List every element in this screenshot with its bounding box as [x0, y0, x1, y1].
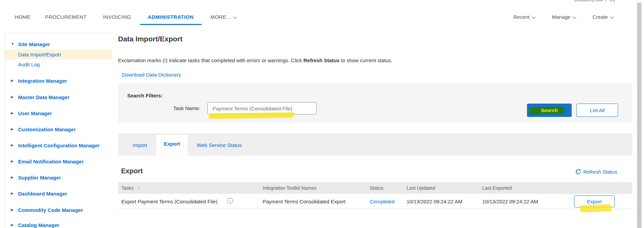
description-text: to show current status.: [339, 57, 392, 63]
admin-sidebar: Site Manager Data Import/Export Audit Lo…: [5, 33, 112, 228]
page-description: Exclamation marks (!) indicate tasks tha…: [118, 57, 392, 63]
triangle-right-icon: [11, 79, 14, 82]
sidebar-item-label: Commodity Code Manager: [5, 207, 112, 213]
sidebar-item-commodity-code-manager[interactable]: Commodity Code Manager: [5, 207, 112, 215]
highlighter-mark: [580, 204, 612, 213]
manage-menu[interactable]: Manage: [552, 14, 576, 20]
triangle-right-icon: [11, 175, 14, 179]
nav-tab-administration[interactable]: ADMINISTRATION: [148, 14, 193, 20]
tab-export[interactable]: Export: [156, 135, 188, 156]
sidebar-item-intelligent-configuration-manager[interactable]: Intelligent Configuration Manager: [5, 143, 112, 150]
triangle-right-icon: [11, 208, 14, 212]
sidebar-item-email-notification-manager[interactable]: Email Notification Manager: [5, 159, 112, 166]
nav-tab-procurement[interactable]: PROCUREMENT: [45, 14, 87, 20]
task-name-cell: Export Payment Terms (Consolidated File): [121, 199, 218, 204]
scrollbar-thumb[interactable]: [637, 3, 641, 228]
sidebar-item-label: Audit Log: [5, 62, 112, 67]
refresh-icon: [575, 169, 581, 175]
chevron-down-icon: [532, 15, 536, 18]
sidebar-item-site-manager[interactable]: Site Manager: [5, 41, 112, 49]
triangle-right-icon: [11, 111, 14, 115]
sidebar-item-label: Supplier Manager: [5, 175, 112, 180]
sidebar-item-label: Email Notification Manager: [5, 159, 112, 164]
sidebar-item-label: User Manager: [5, 110, 112, 116]
download-data-dictionary-link[interactable]: Download Data Dictionary: [122, 72, 181, 78]
nav-tab-home[interactable]: HOME: [15, 14, 31, 20]
triangle-right-icon: [11, 191, 14, 195]
page-title: Data Import/Export: [118, 35, 182, 43]
sidebar-item-dashboard-manager[interactable]: Dashboard Manager: [5, 191, 112, 198]
sidebar-item-label: Customization Manager: [5, 126, 112, 132]
description-bold-text: Refresh Status: [304, 57, 340, 63]
toolkit-name-cell: Payment Terms Consolidated Export: [263, 199, 346, 204]
nav-more-label: MORE...: [210, 14, 231, 20]
sidebar-item-label: Integration Manager: [5, 78, 112, 84]
sidebar-item-customization-manager[interactable]: Customization Manager: [5, 126, 112, 134]
tab-export-label: Export: [164, 141, 180, 147]
search-filters-panel: Search Filters: Task Name: Search List A…: [118, 83, 632, 122]
refresh-status-link[interactable]: Refresh Status: [575, 169, 617, 175]
account-label: GlobantDSAPP-01: [574, 0, 615, 2]
highlighter-mark: [209, 112, 294, 119]
sidebar-item-label: Intelligent Configuration Manager: [5, 143, 112, 148]
last-updated-cell: 10/13/2022 09:24:22 AM: [407, 199, 462, 204]
triangle-right-icon: [11, 223, 14, 227]
sidebar-item-master-data-manager[interactable]: Master Data Manager: [5, 94, 112, 102]
export-section-heading: Export: [121, 167, 143, 175]
triangle-right-icon: [11, 95, 14, 99]
sidebar-item-label: Master Data Manager: [5, 94, 112, 100]
tab-import[interactable]: Import: [133, 142, 147, 148]
recent-menu[interactable]: Recent: [513, 14, 535, 20]
create-menu-label: Create: [592, 14, 608, 20]
search-button-label: Search: [541, 107, 558, 113]
export-table-header: Tasks ↑ Integration Toolkit Names Status…: [118, 182, 632, 194]
info-icon[interactable]: [227, 198, 233, 204]
status-link[interactable]: Completed: [370, 199, 395, 204]
recent-menu-label: Recent: [513, 14, 530, 20]
import-export-tabbar: Import Export Web Service Status: [118, 133, 632, 156]
list-all-button[interactable]: List All: [576, 104, 618, 117]
sidebar-item-audit-log[interactable]: Audit Log: [5, 62, 112, 69]
column-header-last-updated: Last Updated: [407, 185, 435, 191]
chevron-down-icon: [573, 15, 576, 18]
chevron-down-icon: [610, 15, 614, 18]
triangle-right-icon: [11, 127, 14, 131]
search-button[interactable]: Search: [527, 104, 572, 117]
nav-tab-invoicing[interactable]: INVOICING: [103, 14, 131, 20]
manage-menu-label: Manage: [552, 14, 570, 20]
sidebar-item-catalog-manager[interactable]: Catalog Manager: [5, 222, 112, 228]
sidebar-item-label: Site Manager: [5, 41, 112, 47]
triangle-down-icon: [11, 42, 14, 46]
sidebar-item-integration-manager[interactable]: Integration Manager: [5, 78, 112, 85]
sidebar-item-label: Dashboard Manager: [5, 191, 112, 197]
triangle-right-icon: [11, 143, 14, 147]
refresh-status-label: Refresh Status: [583, 169, 617, 175]
sidebar-item-data-import-export[interactable]: Data Import/Export: [5, 52, 112, 59]
triangle-right-icon: [11, 159, 14, 163]
tab-web-service-status[interactable]: Web Service Status: [197, 142, 241, 148]
description-text: Exclamation marks (!) indicate tasks tha…: [118, 57, 304, 63]
nav-tab-more[interactable]: MORE...: [210, 14, 236, 20]
sidebar-item-label: Data Import/Export: [5, 52, 112, 57]
task-name-label: Task Name:: [173, 105, 200, 111]
column-header-last-exported: Last Exported: [482, 185, 512, 191]
create-menu[interactable]: Create: [592, 14, 613, 20]
sidebar-item-label: Catalog Manager: [5, 222, 112, 228]
table-row: Export Payment Terms (Consolidated File)…: [118, 194, 632, 209]
column-header-status: Status: [370, 185, 383, 191]
sidebar-item-user-manager[interactable]: User Manager: [5, 110, 112, 118]
sort-ascending-icon[interactable]: ↑: [138, 185, 140, 190]
column-header-tasks[interactable]: Tasks: [121, 185, 134, 191]
search-filters-heading: Search Filters:: [127, 93, 163, 98]
last-exported-cell: 10/13/2022 09:24:22 AM: [482, 199, 538, 204]
chevron-down-icon: [233, 15, 237, 18]
vertical-scrollbar[interactable]: [636, 0, 642, 228]
column-header-integration-toolkit-names: Integration Toolkit Names: [263, 185, 317, 191]
active-nav-underline: [140, 24, 202, 25]
sidebar-item-supplier-manager[interactable]: Supplier Manager: [5, 175, 112, 182]
